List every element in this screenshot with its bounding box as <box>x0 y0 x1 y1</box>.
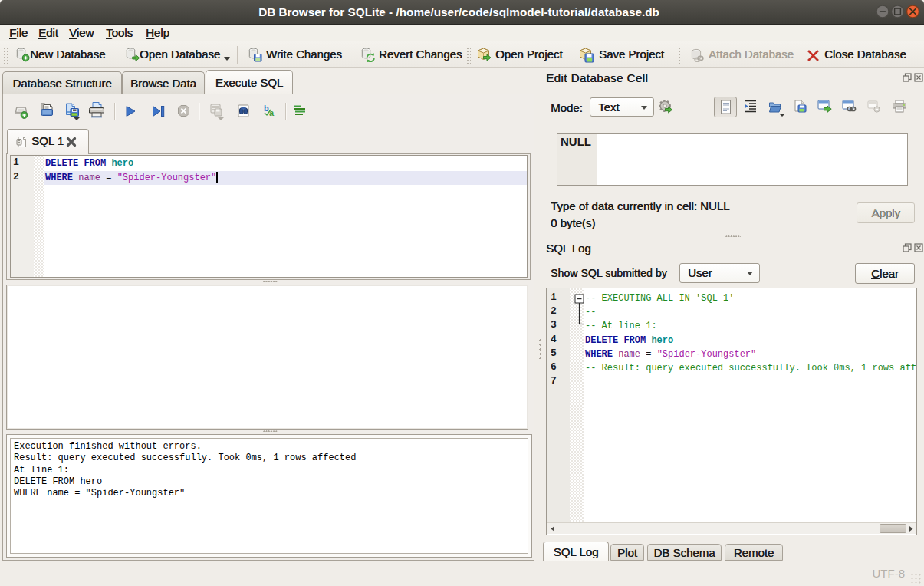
svg-text:b: b <box>264 104 269 113</box>
svg-text:a: a <box>269 108 275 117</box>
